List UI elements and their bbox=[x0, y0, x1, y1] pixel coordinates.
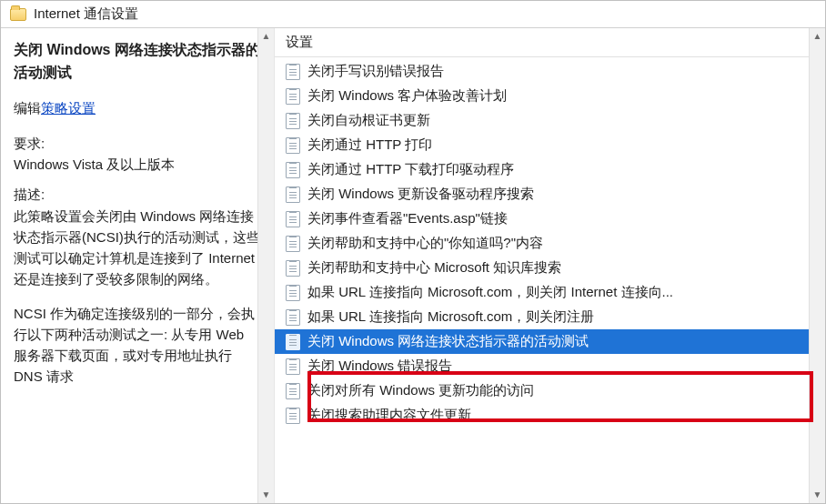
policy-icon bbox=[286, 334, 300, 350]
policy-icon bbox=[286, 236, 300, 252]
policy-item-label: 如果 URL 连接指向 Microsoft.com，则关闭 Internet 连… bbox=[307, 284, 673, 301]
window-header: Internet 通信设置 bbox=[1, 1, 825, 28]
policy-item-label: 关闭事件查看器"Events.asp"链接 bbox=[307, 210, 508, 227]
policy-item-label: 关闭帮助和支持中心 Microsoft 知识库搜索 bbox=[307, 259, 561, 277]
scroll-down-icon[interactable]: ▼ bbox=[258, 487, 274, 503]
policy-icon bbox=[286, 358, 300, 375]
description-label: 描述: bbox=[14, 184, 261, 205]
spacer bbox=[14, 290, 261, 303]
policy-item-label: 关闭 Windows 错误报告 bbox=[307, 358, 452, 375]
details-pane: 关闭 Windows 网络连接状态指示器的活动测试 编辑策略设置 要求: Win… bbox=[1, 28, 274, 503]
edit-policy-link[interactable]: 策略设置 bbox=[41, 100, 96, 116]
policy-icon bbox=[286, 383, 300, 399]
policy-icon bbox=[286, 186, 300, 203]
policy-list-item[interactable]: 关闭通过 HTTP 下载打印驱动程序 bbox=[275, 157, 809, 182]
scroll-up-icon[interactable]: ▲ bbox=[810, 28, 825, 45]
policy-icon bbox=[286, 260, 300, 277]
policy-item-label: 关闭搜索助理内容文件更新 bbox=[307, 407, 471, 424]
edit-label: 编辑 bbox=[14, 100, 41, 116]
policy-item-label: 关闭对所有 Windows 更新功能的访问 bbox=[307, 382, 534, 399]
policy-list-item[interactable]: 关闭自动根证书更新 bbox=[275, 108, 809, 133]
policy-list-item[interactable]: 关闭 Windows 错误报告 bbox=[275, 354, 809, 378]
policy-item-label: 关闭通过 HTTP 打印 bbox=[307, 136, 432, 154]
policy-list-item[interactable]: 关闭 Windows 客户体验改善计划 bbox=[275, 84, 809, 108]
right-scrollbar[interactable]: ▲ ▼ bbox=[809, 28, 825, 503]
policy-title: 关闭 Windows 网络连接状态指示器的活动测试 bbox=[14, 39, 261, 85]
description-paragraph-2: NCSI 作为确定连接级别的一部分，会执行以下两种活动测试之一: 从专用 Web… bbox=[14, 303, 261, 388]
policy-list-item[interactable]: 关闭 Windows 更新设备驱动程序搜索 bbox=[275, 182, 809, 207]
folder-icon bbox=[10, 8, 26, 21]
policy-icon bbox=[286, 113, 300, 129]
policy-icon bbox=[286, 162, 300, 178]
left-scrollbar[interactable]: ▲ ▼ bbox=[257, 28, 274, 503]
column-header-settings[interactable]: 设置 bbox=[275, 28, 825, 57]
policy-list-item[interactable]: 关闭帮助和支持中心 Microsoft 知识库搜索 bbox=[275, 256, 809, 280]
content-area: 关闭 Windows 网络连接状态指示器的活动测试 编辑策略设置 要求: Win… bbox=[1, 28, 825, 503]
policy-icon bbox=[286, 88, 300, 105]
policy-list-item[interactable]: 关闭对所有 Windows 更新功能的访问 bbox=[275, 378, 809, 403]
policy-list-item[interactable]: 关闭手写识别错误报告 bbox=[275, 59, 809, 84]
policy-list-item[interactable]: 如果 URL 连接指向 Microsoft.com，则关闭 Internet 连… bbox=[275, 280, 809, 305]
policy-list: 关闭手写识别错误报告关闭 Windows 客户体验改善计划关闭自动根证书更新关闭… bbox=[275, 57, 809, 428]
header-title: Internet 通信设置 bbox=[34, 5, 138, 23]
description-paragraph-1: 此策略设置会关闭由 Windows 网络连接状态指示器(NCSI)执行的活动测试… bbox=[14, 206, 261, 290]
policy-icon bbox=[286, 408, 300, 424]
requirement-value: Windows Vista 及以上版本 bbox=[14, 154, 261, 175]
policy-icon bbox=[286, 309, 300, 326]
policy-icon bbox=[286, 285, 300, 301]
policy-item-label: 关闭手写识别错误报告 bbox=[307, 63, 444, 80]
scroll-up-icon[interactable]: ▲ bbox=[258, 28, 274, 45]
policy-icon bbox=[286, 211, 300, 227]
policy-list-item[interactable]: 关闭 Windows 网络连接状态指示器的活动测试 bbox=[275, 329, 809, 354]
policy-item-label: 关闭 Windows 网络连接状态指示器的活动测试 bbox=[307, 333, 589, 350]
policy-item-label: 关闭帮助和支持中心的"你知道吗?"内容 bbox=[307, 235, 543, 252]
edit-row: 编辑策略设置 bbox=[14, 97, 261, 118]
policy-icon bbox=[286, 64, 300, 80]
policy-icon bbox=[286, 137, 300, 154]
policy-list-item[interactable]: 关闭事件查看器"Events.asp"链接 bbox=[275, 207, 809, 231]
policy-list-item[interactable]: 如果 URL 连接指向 Microsoft.com，则关闭注册 bbox=[275, 305, 809, 329]
settings-list-pane: 设置 关闭手写识别错误报告关闭 Windows 客户体验改善计划关闭自动根证书更… bbox=[274, 28, 825, 503]
policy-item-label: 关闭通过 HTTP 下载打印驱动程序 bbox=[307, 161, 514, 178]
policy-list-item[interactable]: 关闭搜索助理内容文件更新 bbox=[275, 403, 809, 428]
policy-item-label: 如果 URL 连接指向 Microsoft.com，则关闭注册 bbox=[307, 308, 594, 326]
policy-item-label: 关闭 Windows 客户体验改善计划 bbox=[307, 87, 507, 105]
policy-list-item[interactable]: 关闭通过 HTTP 打印 bbox=[275, 133, 809, 157]
policy-item-label: 关闭自动根证书更新 bbox=[307, 112, 430, 129]
scroll-down-icon[interactable]: ▼ bbox=[810, 487, 825, 503]
requirement-label: 要求: bbox=[14, 133, 261, 154]
policy-item-label: 关闭 Windows 更新设备驱动程序搜索 bbox=[307, 186, 534, 203]
policy-list-item[interactable]: 关闭帮助和支持中心的"你知道吗?"内容 bbox=[275, 231, 809, 256]
